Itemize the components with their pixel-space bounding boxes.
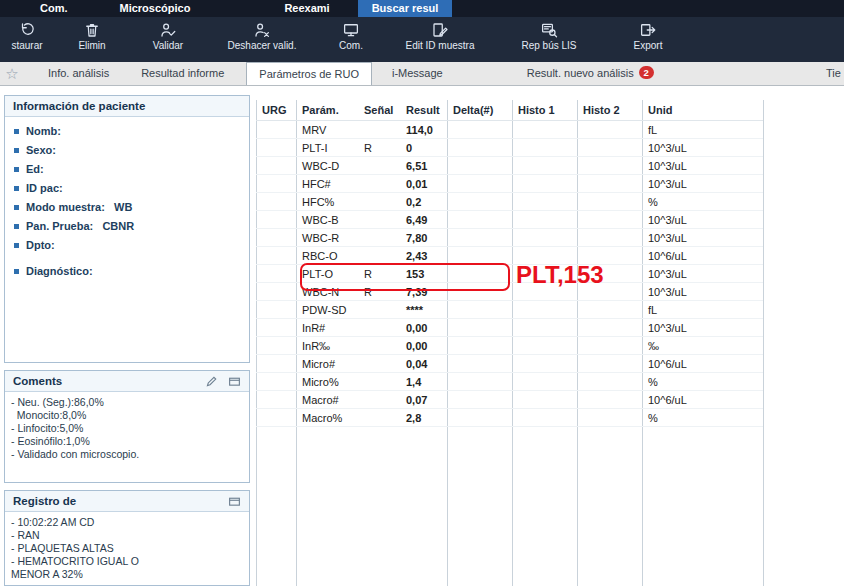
cell-senal [358,157,400,175]
col-header-result: Result [400,100,447,121]
log-line: - HEMATOCRITO IGUAL O [11,555,243,568]
result-row[interactable]: InR‰ 0,00 ‰ [256,337,763,355]
top-tab-microscopico[interactable]: Microscópico [106,0,205,17]
cell-histo1 [512,337,577,355]
result-row[interactable]: Micro% 1,4 % [256,373,763,391]
cell-delta [447,247,512,265]
result-row[interactable]: WBC-B 6,49 10^3/uL [256,211,763,229]
result-row[interactable]: Micro# 0,04 10^6/uL [256,355,763,373]
cell-histo2 [577,211,642,229]
cell-senal [358,247,400,265]
tab-info-analisis[interactable]: Info. análisis [36,62,121,85]
cell-delta [447,193,512,211]
top-tab-bar: Com. Microscópico Reexami Buscar resul [0,0,844,17]
cell-senal: R [358,139,400,157]
result-row[interactable]: WBC-D 6,51 10^3/uL [256,157,763,175]
patient-field-label: Modo muestra: WB [26,200,132,215]
result-row[interactable]: RBC-O 2,43 10^6/uL [256,247,763,265]
comments-title: Coments [13,375,62,387]
cell-histo2 [577,409,642,427]
cell-param: Micro# [296,355,358,373]
bullet-icon [14,129,19,134]
cell-param: HFC# [296,175,358,193]
tab-parametros-ruo[interactable]: Parámetros de RUO [246,62,372,85]
patient-field-label: Dpto: [26,238,55,253]
export-label: Export [634,40,663,52]
edit-sample-id-button[interactable]: Edit ID muestra [384,20,496,52]
popout-window-icon[interactable] [228,376,241,387]
cell-histo1 [512,319,577,337]
top-tab-com[interactable]: Com. [26,0,82,17]
bullet-icon [14,148,19,153]
delete-label: Elimin [78,40,105,52]
cell-histo1 [512,211,577,229]
export-icon [639,20,657,40]
cell-unid: 10^3/uL [642,229,763,247]
log-header: Registro de [5,491,249,512]
edit-comment-pencil-icon[interactable] [205,375,218,388]
cell-unid: 10^3/uL [642,139,763,157]
patient-field-label: Ed: [26,162,44,177]
cell-param: WBC-D [296,157,358,175]
result-row[interactable]: PDW-SD **** fL [256,301,763,319]
cell-histo2 [577,391,642,409]
results-area: URG Parám. Señal Result Delta(#) Histo 1… [254,86,844,586]
cell-unid: % [642,193,763,211]
cell-urg [256,247,296,265]
comments-header: Coments [5,371,249,392]
top-tab-reexami[interactable]: Reexami [270,0,343,17]
export-button[interactable]: Export [602,20,694,52]
result-row[interactable]: MRV 114,0 fL [256,121,763,139]
patient-field: Dpto: [5,236,249,255]
cell-delta [447,211,512,229]
cell-unid: ‰ [642,337,763,355]
comment-line: - Eosinófilo:1,0% [11,435,243,448]
log-line: - RAN [11,529,243,542]
result-row[interactable]: InR# 0,00 10^3/uL [256,319,763,337]
col-header-urg: URG [256,100,296,121]
cell-histo2 [577,175,642,193]
log-line: - PLAQUETAS ALTAS [11,542,243,555]
favorite-star-icon[interactable]: ☆ [0,62,24,85]
result-row[interactable]: Macro# 0,07 10^6/uL [256,391,763,409]
result-row[interactable]: HFC# 0,01 10^3/uL [256,175,763,193]
comment-line: - Validado con microscopio. [11,448,243,461]
cell-urg [256,319,296,337]
cell-result: 6,49 [400,211,447,229]
tab-i-message[interactable]: i-Message [380,62,455,85]
col-header-unid: Unid [642,100,763,121]
tab-result-nuevo-analisis[interactable]: Result. nuevo análisis2 [515,62,666,85]
cell-urg [256,283,296,301]
result-row[interactable]: HFC% 0,2 % [256,193,763,211]
edit-sample-id-label: Edit ID muestra [406,40,475,52]
view-tab-strip: ☆ Info. análisis Resultad informe Paráme… [0,62,844,86]
lis-search-report-button[interactable]: Rep bús LIS [496,20,602,52]
delete-button[interactable]: Elimin [54,20,130,52]
cell-urg [256,265,296,283]
tab-tie-clipped[interactable]: Tie [822,62,844,85]
validate-button[interactable]: Validar [130,20,206,52]
cell-urg [256,175,296,193]
cell-histo2 [577,157,642,175]
top-tab-buscar-resul[interactable]: Buscar resul [358,0,453,17]
comm-label: Com. [339,40,363,52]
result-row[interactable]: WBC-R 7,80 10^3/uL [256,229,763,247]
tab-resultado-informe[interactable]: Resultad informe [129,62,236,85]
lis-search-label: Rep bús LIS [521,40,576,52]
restore-button[interactable]: staurar [0,20,54,52]
cell-delta [447,139,512,157]
patient-info-header: Información de paciente [5,96,249,117]
cell-senal [358,391,400,409]
cell-result: 0,04 [400,355,447,373]
cell-unid: fL [642,301,763,319]
result-row[interactable]: PLT-I R 0 10^3/uL [256,139,763,157]
cell-unid: 10^3/uL [642,211,763,229]
popout-window-icon[interactable] [228,496,241,507]
patient-field: ID pac: [5,179,249,198]
undo-validate-button[interactable]: Deshacer valid. [206,20,318,52]
cell-senal [358,121,400,139]
patient-field: Ed: [5,160,249,179]
result-row[interactable]: Macro% 2,8 % [256,409,763,427]
comm-button[interactable]: Com. [318,20,384,52]
cell-unid: 10^3/uL [642,157,763,175]
